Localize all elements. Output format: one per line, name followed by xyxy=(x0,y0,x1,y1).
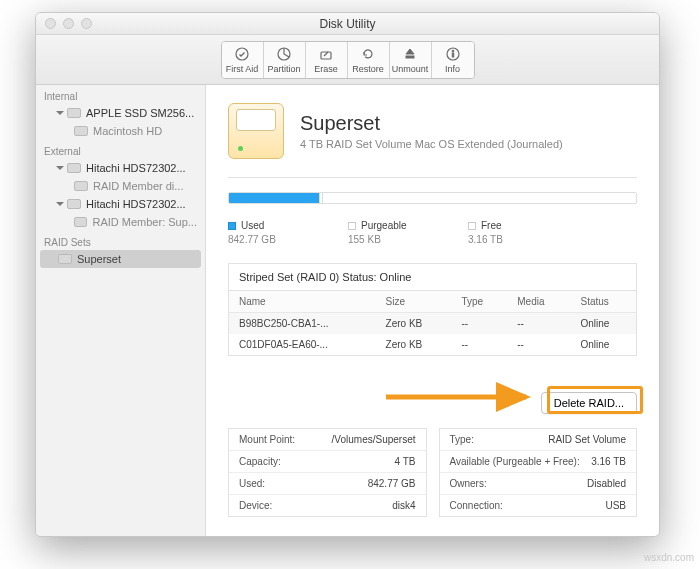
disk-icon xyxy=(67,108,81,118)
usage-bar-free xyxy=(323,193,636,203)
legend-used: Used 842.77 GB xyxy=(228,220,308,245)
cell-size: Zero KB xyxy=(376,334,452,355)
legend-value: 3.16 TB xyxy=(468,234,548,245)
legend-value: 842.77 GB xyxy=(228,234,308,245)
svg-rect-6 xyxy=(452,53,453,57)
cell-type: -- xyxy=(451,313,507,335)
window-title: Disk Utility xyxy=(36,17,659,31)
info-row: Mount Point:/Volumes/Superset xyxy=(229,429,426,451)
disk-icon xyxy=(67,199,81,209)
cell-size: Zero KB xyxy=(376,313,452,335)
cell-type: -- xyxy=(451,334,507,355)
toolbar-label: Restore xyxy=(352,64,384,74)
disk-utility-window: Disk Utility First Aid Partition Erase R… xyxy=(35,12,660,537)
sidebar-item-external-disk-1[interactable]: Hitachi HDS72302... xyxy=(36,159,205,177)
annotation-arrow-icon xyxy=(386,380,536,414)
legend-free: Free 3.16 TB xyxy=(468,220,548,245)
usage-legend: Used 842.77 GB Purgeable 155 KB Free 3.1… xyxy=(206,210,659,263)
sidebar-item-label: Hitachi HDS72302... xyxy=(86,162,186,174)
legend-label: Used xyxy=(241,220,264,231)
disclosure-triangle-icon[interactable] xyxy=(56,166,64,170)
toolbar-label: Unmount xyxy=(392,64,429,74)
info-row: Capacity:4 TB xyxy=(229,451,426,473)
sidebar-item-label: RAID Member di... xyxy=(93,180,183,192)
sidebar-item-raid-member-2[interactable]: RAID Member: Sup... xyxy=(36,213,205,231)
sidebar-item-macintosh-hd[interactable]: Macintosh HD xyxy=(36,122,205,140)
col-status[interactable]: Status xyxy=(571,291,637,313)
sidebar-item-superset[interactable]: Superset xyxy=(40,250,201,268)
disclosure-triangle-icon[interactable] xyxy=(56,111,64,115)
info-row: Available (Purgeable + Free):3.16 TB xyxy=(440,451,637,473)
table-row[interactable]: B98BC250-CBA1-... Zero KB -- -- Online xyxy=(229,313,636,335)
col-size[interactable]: Size xyxy=(376,291,452,313)
first-aid-button[interactable]: First Aid xyxy=(222,42,264,78)
volume-name: Superset xyxy=(300,112,563,135)
info-table-left: Mount Point:/Volumes/Superset Capacity:4… xyxy=(228,428,427,517)
col-type[interactable]: Type xyxy=(451,291,507,313)
toolbar-segment: First Aid Partition Erase Restore Unmoun… xyxy=(221,41,475,79)
cell-status: Online xyxy=(571,313,637,335)
volume-header: Superset 4 TB RAID Set Volume Mac OS Ext… xyxy=(206,85,659,171)
table-row[interactable]: C01DF0A5-EA60-... Zero KB -- -- Online xyxy=(229,334,636,355)
sidebar-item-label: APPLE SSD SM256... xyxy=(86,107,194,119)
info-button[interactable]: Info xyxy=(432,42,474,78)
volume-icon xyxy=(74,181,88,191)
raid-members-panel: Striped Set (RAID 0) Status: Online Name… xyxy=(228,263,637,356)
volume-subtitle: 4 TB RAID Set Volume Mac OS Extended (Jo… xyxy=(300,138,563,150)
svg-rect-3 xyxy=(406,56,414,58)
main-panel: Superset 4 TB RAID Set Volume Mac OS Ext… xyxy=(206,85,659,536)
sidebar-item-label: Hitachi HDS72302... xyxy=(86,198,186,210)
divider xyxy=(228,177,637,178)
svg-rect-2 xyxy=(321,52,331,59)
toolbar-label: Info xyxy=(445,64,460,74)
usage-bar-used xyxy=(229,193,319,203)
legend-label: Free xyxy=(481,220,502,231)
swatch-icon xyxy=(228,222,236,230)
toolbar-label: First Aid xyxy=(226,64,259,74)
info-table-right: Type:RAID Set Volume Available (Purgeabl… xyxy=(439,428,638,517)
titlebar: Disk Utility xyxy=(36,13,659,35)
watermark: wsxdn.com xyxy=(644,552,694,563)
disk-icon xyxy=(67,163,81,173)
legend-label: Purgeable xyxy=(361,220,407,231)
sidebar-section-external: External xyxy=(36,140,205,159)
drive-icon xyxy=(228,103,284,159)
cell-status: Online xyxy=(571,334,637,355)
sidebar-section-internal: Internal xyxy=(36,85,205,104)
sidebar-item-external-disk-2[interactable]: Hitachi HDS72302... xyxy=(36,195,205,213)
cell-media: -- xyxy=(507,334,570,355)
volume-icon xyxy=(74,126,88,136)
raid-panel-header: Striped Set (RAID 0) Status: Online xyxy=(229,264,636,291)
button-row: Delete RAID... xyxy=(206,368,659,428)
sidebar: Internal APPLE SSD SM256... Macintosh HD… xyxy=(36,85,206,536)
info-row: Type:RAID Set Volume xyxy=(440,429,637,451)
usage-bar-container xyxy=(206,192,659,210)
sidebar-item-raid-member-1[interactable]: RAID Member di... xyxy=(36,177,205,195)
info-row: Device:disk4 xyxy=(229,495,426,516)
annotation-highlight xyxy=(547,386,643,414)
raid-icon xyxy=(58,254,72,264)
erase-button[interactable]: Erase xyxy=(306,42,348,78)
raid-members-table: Name Size Type Media Status B98BC250-CBA… xyxy=(229,291,636,355)
sidebar-item-internal-disk[interactable]: APPLE SSD SM256... xyxy=(36,104,205,122)
svg-point-5 xyxy=(452,50,454,52)
toolbar: First Aid Partition Erase Restore Unmoun… xyxy=(36,35,659,85)
swatch-icon xyxy=(468,222,476,230)
cell-name: C01DF0A5-EA60-... xyxy=(229,334,376,355)
swatch-icon xyxy=(348,222,356,230)
legend-purgeable: Purgeable 155 KB xyxy=(348,220,428,245)
table-header-row: Name Size Type Media Status xyxy=(229,291,636,313)
cell-name: B98BC250-CBA1-... xyxy=(229,313,376,335)
cell-media: -- xyxy=(507,313,570,335)
restore-button[interactable]: Restore xyxy=(348,42,390,78)
info-grid: Mount Point:/Volumes/Superset Capacity:4… xyxy=(206,428,659,533)
info-row: Used:842.77 GB xyxy=(229,473,426,495)
partition-button[interactable]: Partition xyxy=(264,42,306,78)
unmount-button[interactable]: Unmount xyxy=(390,42,432,78)
disclosure-triangle-icon[interactable] xyxy=(56,202,64,206)
svg-point-0 xyxy=(236,48,248,60)
col-name[interactable]: Name xyxy=(229,291,376,313)
sidebar-item-label: Macintosh HD xyxy=(93,125,162,137)
col-media[interactable]: Media xyxy=(507,291,570,313)
sidebar-item-label: RAID Member: Sup... xyxy=(92,216,197,228)
